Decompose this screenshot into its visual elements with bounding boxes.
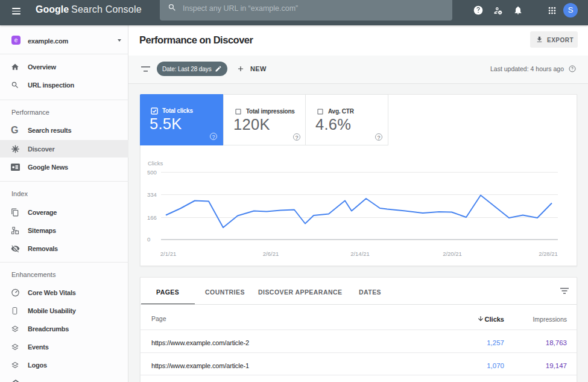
svg-text:166: 166 (147, 214, 157, 221)
svg-text:2/1/21: 2/1/21 (160, 250, 176, 257)
svg-text:2/14/21: 2/14/21 (350, 250, 370, 257)
svg-text:500: 500 (147, 169, 157, 176)
svg-text:2/20/21: 2/20/21 (443, 250, 462, 257)
svg-text:334: 334 (147, 191, 157, 198)
svg-text:2/28/21: 2/28/21 (539, 250, 558, 257)
svg-text:2/6/21: 2/6/21 (263, 250, 279, 257)
svg-text:Clicks: Clicks (148, 160, 163, 167)
svg-text:0: 0 (147, 236, 150, 243)
